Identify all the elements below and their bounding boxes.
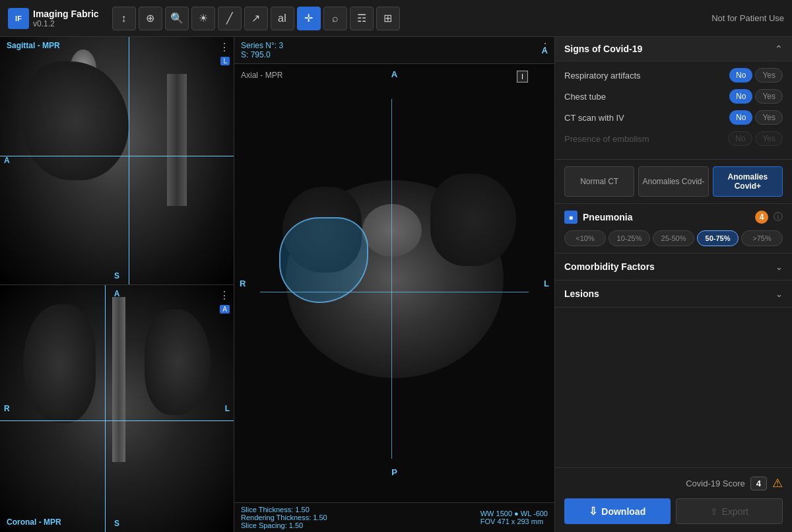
slice-thickness-row: Slice Thickness: 1.50 — [241, 506, 327, 514]
ww-wl-row: WW 1500 ● WL -600 — [480, 510, 548, 517]
coronal-corner-label: A — [220, 305, 230, 314]
pneumonia-icon: ■ — [564, 211, 578, 224]
toggle-chest-tube-no[interactable]: No — [729, 89, 752, 104]
left-panel: Sagittal - MPR ⋮ S A L ⋮ A — [0, 37, 234, 532]
center-menu-btn[interactable]: ⋮ — [540, 41, 550, 53]
coronal-dir-bottom: S — [114, 519, 119, 528]
crosshair-tool-btn[interactable]: ✛ — [297, 7, 321, 30]
axial-viewer[interactable]: Axial - MPR I A R L P — [234, 64, 554, 502]
sagittal-crosshair-horizontal — [0, 156, 234, 156]
result-btn-normal[interactable]: Normal CT — [564, 166, 634, 197]
axial-crosshair-h — [260, 292, 529, 292]
center-dir-l: L — [544, 279, 549, 288]
sagittal-image: S A L — [0, 37, 234, 284]
sagittal-menu-btn[interactable]: ⋮ — [219, 41, 230, 53]
line-tool-btn[interactable]: ╱ — [218, 7, 242, 30]
coronal-dir-right: L — [225, 404, 230, 413]
coronal-menu-btn[interactable]: ⋮ — [219, 289, 230, 302]
right-panel: Signs of Covid-19 ⌃ Respiratory artifact… — [554, 37, 792, 532]
cor-lung-left — [23, 304, 96, 423]
sign-row-chest-tube: Chest tube No Yes — [564, 89, 783, 104]
coronal-viewer[interactable]: ⋮ A S R L Coronal - MPR A — [0, 285, 234, 533]
sagittal-viewer[interactable]: Sagittal - MPR ⋮ S A L — [0, 37, 234, 285]
sag-spine-region — [167, 74, 187, 206]
arrow-tool-btn[interactable]: ↗ — [244, 7, 268, 30]
toggle-chest-tube-yes[interactable]: Yes — [755, 89, 783, 104]
series-info: Series N°: 3 S: 795.0 — [241, 41, 283, 59]
center-header: Series N°: 3 S: 795.0 A ⋮ — [234, 37, 554, 64]
score-label: Covid-19 Score — [686, 479, 745, 488]
right-bottom: Covid-19 Score 4 ⚠ ⇩ Download ⇪ Export — [555, 467, 792, 532]
center-footer: Slice Thickness: 1.50 Rendering Thicknes… — [234, 502, 554, 532]
right-panel-scroll[interactable]: Signs of Covid-19 ⌃ Respiratory artifact… — [555, 37, 792, 467]
download-icon: ⇩ — [589, 505, 597, 517]
axial-label: Axial - MPR — [241, 71, 282, 80]
slice-info: S: 795.0 — [241, 50, 283, 59]
not-for-patient-use: Not for Patient Use — [711, 13, 784, 23]
report-tool-btn[interactable]: ☶ — [350, 7, 374, 30]
pct-btn-25-50[interactable]: 25-50% — [653, 230, 694, 246]
comorbidity-title: Comorbidity Factors — [564, 261, 655, 272]
slice-spacing-row: Slice Spacing: 1.50 — [241, 521, 327, 529]
pneumonia-badge: 4 — [755, 211, 768, 224]
axial-indicator: I — [517, 71, 528, 83]
app-logo-icon: IF — [8, 8, 29, 29]
result-btn-anomalies-pos[interactable]: Anomalies Covid+ — [713, 166, 783, 197]
pct-btn-10-25[interactable]: 10-25% — [609, 230, 650, 246]
rendering-thickness-row: Rendering Thickness: 1.50 — [241, 514, 327, 521]
footer-slice-info: Slice Thickness: 1.50 Rendering Thicknes… — [241, 506, 327, 529]
result-buttons: Normal CT Anomalies Covid- Anomalies Cov… — [555, 159, 792, 204]
windowing-tool-btn[interactable]: ☀ — [191, 7, 215, 30]
signs-collapse-btn[interactable]: ⌃ — [775, 44, 783, 54]
fov-row: FOV 471 x 293 mm — [480, 517, 548, 525]
pct-btn-gt75[interactable]: >75% — [741, 230, 783, 246]
sagittal-label: Sagittal - MPR — [7, 41, 60, 50]
cor-spine — [112, 297, 125, 462]
download-button[interactable]: ⇩ Download — [564, 498, 671, 524]
signs-title: Signs of Covid-19 — [564, 44, 642, 54]
sagittal-dir-bottom: S — [114, 271, 119, 281]
text-tool-btn[interactable]: aI — [271, 7, 294, 30]
cor-lung-right — [145, 310, 211, 415]
toggle-respiratory-yes[interactable]: Yes — [755, 68, 783, 83]
export-label: Export — [722, 506, 748, 517]
toolbar: ↕ ⊕ 🔍 ☀ ╱ ↗ aI ✛ ⌕ ☶ ⊞ — [112, 7, 712, 30]
layout-tool-btn[interactable]: ⊞ — [376, 7, 400, 30]
toggle-ct-iv-no[interactable]: No — [729, 110, 752, 125]
toggle-ct-iv-yes[interactable]: Yes — [755, 110, 783, 125]
sign-row-respiratory: Respiratory artifacts No Yes — [564, 68, 783, 83]
result-btn-anomalies-neg[interactable]: Anomalies Covid- — [638, 166, 708, 197]
export-button[interactable]: ⇪ Export — [676, 498, 783, 524]
pneumonia-section: ■ Pneumonia 4 ⓘ <10% 10-25% 25-50% 50-75… — [555, 204, 792, 253]
zoom-tool-btn[interactable]: 🔍 — [165, 7, 189, 30]
comorbidity-header[interactable]: Comorbidity Factors ⌄ — [555, 253, 792, 280]
coronal-image: A S R L Coronal - MPR A — [0, 285, 234, 533]
scroll-tool-btn[interactable]: ↕ — [112, 7, 136, 30]
lesions-header[interactable]: Lesions ⌄ — [555, 281, 792, 307]
sagittal-dir-left: A — [4, 156, 10, 165]
toggle-embolism-yes: Yes — [755, 131, 783, 146]
axial-crosshair-v — [391, 99, 392, 459]
comorbidity-chevron: ⌄ — [776, 262, 783, 272]
signs-content: Respiratory artifacts No Yes Chest tube … — [555, 61, 792, 159]
main-content: Sagittal - MPR ⋮ S A L ⋮ A — [0, 37, 792, 532]
warning-icon: ⚠ — [772, 476, 783, 490]
app-version: v0.1.2 — [33, 19, 99, 28]
lesions-title: Lesions — [564, 288, 599, 299]
sag-lung-region — [23, 61, 129, 180]
pct-btn-lt10[interactable]: <10% — [564, 230, 606, 246]
toggle-chest-tube: No Yes — [729, 89, 783, 104]
pan-tool-btn[interactable]: ⊕ — [139, 7, 162, 30]
logo-area: IF Imaging Fabric v0.1.2 — [8, 8, 99, 29]
sagittal-corner-label: L — [220, 57, 230, 65]
pct-btn-50-75[interactable]: 50-75% — [697, 230, 739, 246]
help-icon[interactable]: ⓘ — [774, 211, 783, 223]
app-name: Imaging Fabric — [33, 9, 99, 19]
toggle-embolism: No Yes — [728, 131, 783, 146]
lesions-section: Lesions ⌄ — [555, 281, 792, 308]
download-label: Download — [601, 506, 645, 517]
score-row: Covid-19 Score 4 ⚠ — [564, 476, 783, 490]
coronal-label: Coronal - MPR — [7, 517, 61, 527]
toggle-respiratory-no[interactable]: No — [729, 68, 752, 83]
search-tool-btn[interactable]: ⌕ — [323, 7, 347, 30]
